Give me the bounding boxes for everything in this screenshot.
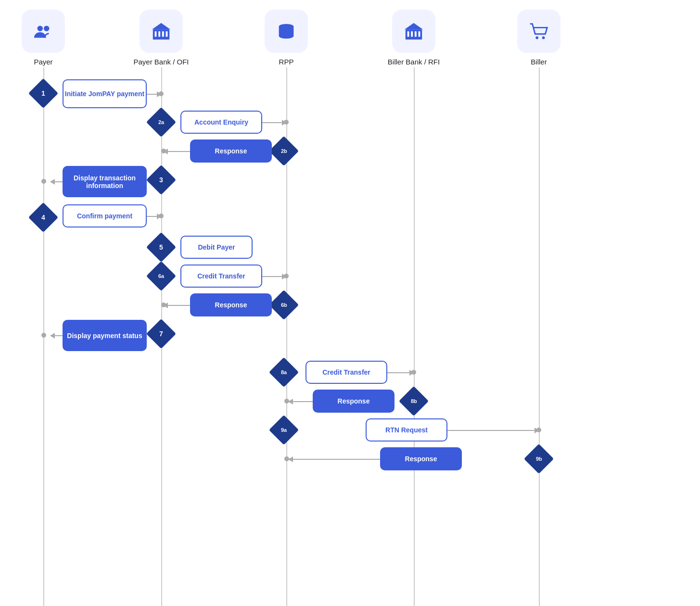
- actor-biller-bank: Biller Bank / RFI: [370, 10, 457, 66]
- step-4-diamond: 4: [28, 202, 58, 232]
- bank-icon-1: [150, 20, 172, 42]
- step-8b-msg: Response: [313, 390, 395, 413]
- step-2a-msg: Account Enquiry: [180, 111, 262, 134]
- database-icon: [275, 20, 297, 42]
- step-6b-msg: Response: [190, 293, 272, 316]
- payer-bank-icon-bg: [140, 10, 183, 53]
- payer-label: Payer: [34, 58, 52, 66]
- svg-marker-19: [405, 23, 423, 29]
- svg-rect-15: [407, 31, 409, 37]
- biller-bank-icon-bg: [392, 10, 435, 53]
- step-3-dot: [41, 179, 46, 184]
- step-4-msg: Confirm payment: [63, 204, 147, 227]
- svg-rect-6: [166, 31, 168, 37]
- svg-rect-4: [158, 31, 160, 37]
- step-1-label: 1: [41, 89, 45, 97]
- step-2b-label: 2b: [281, 148, 287, 154]
- step-1-dot: [159, 91, 164, 96]
- step-6a-label: 6a: [158, 273, 164, 279]
- step-6b-arrow: [164, 305, 190, 306]
- diagram-container: Payer Payer Bank / OFI: [0, 0, 700, 606]
- step-4-dot: [159, 214, 164, 218]
- svg-rect-5: [162, 31, 164, 37]
- step-2b-dot: [161, 149, 166, 153]
- cart-icon: [528, 20, 550, 42]
- step-9a-arrow: [447, 430, 539, 431]
- step-5-diamond: 5: [146, 232, 176, 262]
- actor-payer-bank: Payer Bank / OFI: [123, 10, 200, 66]
- step-6a-arrow: [262, 276, 286, 277]
- step-3-label: 3: [159, 176, 163, 184]
- bank-icon-2: [403, 20, 425, 42]
- actor-biller: Biller: [510, 10, 568, 66]
- step-2a-label: 2a: [158, 119, 164, 125]
- svg-rect-16: [411, 31, 413, 37]
- rpp-icon-bg: [265, 10, 308, 53]
- svg-rect-8: [153, 38, 170, 39]
- step-8a-dot: [411, 370, 416, 375]
- step-5-label: 5: [159, 243, 163, 251]
- svg-rect-20: [406, 38, 422, 39]
- step-1-diamond: 1: [28, 78, 58, 108]
- actor-payer: Payer: [12, 10, 75, 66]
- step-3-diamond: 3: [146, 165, 176, 195]
- step-8b-arrow: [289, 401, 313, 402]
- step-9b-dot: [284, 456, 289, 461]
- step-9b-diamond: 9b: [524, 444, 554, 474]
- step-2b-diamond: 2b: [269, 136, 299, 166]
- step-8a-msg: Credit Transfer: [305, 361, 387, 384]
- payer-icon-bg: [22, 10, 65, 53]
- payer-bank-label: Payer Bank / OFI: [133, 58, 189, 66]
- step-2b-arrow: [164, 151, 190, 152]
- step-9a-label: 9a: [281, 427, 287, 433]
- svg-point-1: [44, 26, 49, 32]
- step-9b-arrow: [289, 459, 380, 460]
- step-4-label: 4: [41, 214, 45, 221]
- step-8b-dot: [284, 399, 289, 404]
- step-2a-diamond: 2a: [146, 107, 176, 137]
- step-7-arrow: [51, 335, 63, 336]
- step-1-msg: Initiate JomPAY payment: [63, 79, 147, 108]
- step-2a-arrow: [262, 122, 286, 123]
- step-8b-label: 8b: [411, 398, 417, 404]
- svg-marker-7: [152, 23, 170, 29]
- svg-point-13: [279, 33, 294, 38]
- rpp-label: RPP: [279, 58, 294, 66]
- people-icon: [32, 20, 54, 42]
- lifeline-biller-bank: [414, 67, 415, 606]
- step-7-dot: [41, 333, 46, 338]
- step-6b-diamond: 6b: [269, 290, 299, 320]
- step-9a-dot: [536, 428, 541, 432]
- step-6a-diamond: 6a: [146, 261, 176, 291]
- step-8a-diamond: 8a: [269, 357, 299, 387]
- svg-point-21: [535, 37, 538, 39]
- biller-icon-bg: [517, 10, 560, 53]
- svg-rect-3: [155, 31, 157, 37]
- svg-point-22: [542, 37, 545, 39]
- step-8b-diamond: 8b: [399, 386, 429, 416]
- step-8a-label: 8a: [281, 369, 287, 375]
- lifeline-biller: [539, 67, 540, 606]
- svg-point-0: [38, 26, 43, 32]
- step-2a-dot: [284, 120, 289, 125]
- biller-label: Biller: [531, 58, 547, 66]
- step-8a-arrow: [387, 372, 414, 373]
- biller-bank-label: Biller Bank / RFI: [388, 58, 440, 66]
- step-6b-dot: [161, 303, 166, 307]
- step-3-msg: Display transaction information: [63, 166, 147, 197]
- step-6b-label: 6b: [281, 302, 287, 308]
- step-7-label: 7: [159, 330, 163, 338]
- step-6a-dot: [284, 274, 289, 278]
- step-7-diamond: 7: [146, 319, 176, 349]
- step-9a-diamond: 9a: [269, 415, 299, 445]
- actor-rpp: RPP: [257, 10, 315, 66]
- step-7-msg: Display payment status: [63, 320, 147, 351]
- step-6a-msg: Credit Transfer: [180, 265, 262, 288]
- step-3-arrow: [51, 181, 63, 182]
- step-9a-msg: RTN Request: [366, 418, 447, 442]
- step-5-msg: Debit Payer: [180, 236, 253, 259]
- svg-rect-17: [415, 31, 417, 37]
- svg-rect-18: [419, 31, 420, 37]
- step-9b-msg: Response: [380, 447, 462, 470]
- step-9b-label: 9b: [536, 456, 542, 462]
